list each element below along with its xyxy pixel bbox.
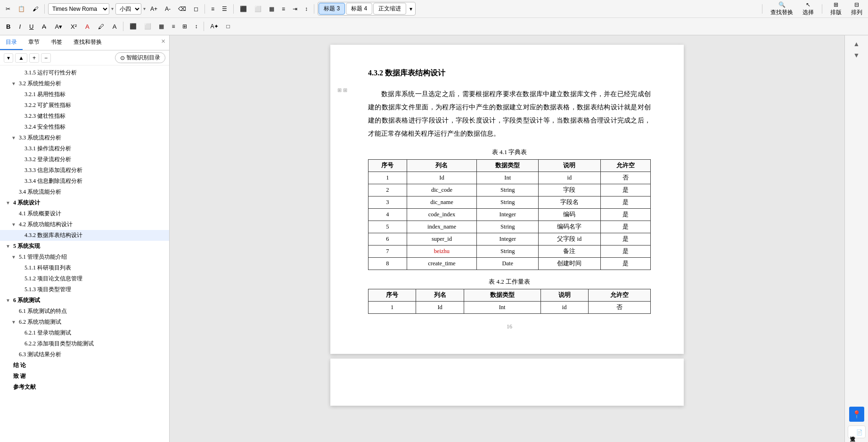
list-ol-button[interactable]: ☰ [219,4,230,14]
tab-toc[interactable]: 目录 [0,35,23,50]
page-number: 16 [368,323,651,330]
toc-item[interactable]: 3.3.3 信息添加流程分析 [0,165,169,176]
toc-item[interactable]: 3.3.1 操作流程分析 [0,143,169,154]
underline-button[interactable]: U [26,22,37,32]
select-button[interactable]: ↖ 选择 [800,0,817,17]
toc-item[interactable]: 3.4 系统流能分析 [0,187,169,197]
scroll-up-button[interactable]: ▲ [852,39,861,49]
expand-icon: ▼ [11,135,17,140]
col-button[interactable]: ⊟ 排列 [848,0,865,17]
toc-add-button[interactable]: + [29,53,39,63]
table-row: 6 super_id Integer 父字段 id 是 [368,233,651,246]
align-left-button[interactable]: ⬛ [237,4,250,14]
toc-item[interactable]: 6.3 测试结果分析 [0,349,169,360]
toc-item[interactable]: 致 谢 [0,371,169,382]
sidebar-close-button[interactable]: × [157,35,169,50]
list-ul-button[interactable]: ≡ [208,4,217,14]
table-insert-button[interactable]: ⊞ [180,22,190,31]
toc-item[interactable]: 6.2.1 登录功能测试 [0,327,169,338]
toc-item[interactable]: 4.1 系统概要设计 [0,208,169,219]
th2-nullable: 允许空 [588,289,650,302]
format-brush-button[interactable]: 🖌 [30,4,41,14]
expand-icon: ▼ [6,200,11,205]
align-justify-button[interactable]: ≡ [279,4,288,14]
th2-colname: 列名 [416,289,464,302]
toc-item[interactable]: ▼ 3.2 系统性能分析 [0,78,169,89]
toc-item[interactable]: 5.1.2 项目论文信息管理 [0,273,169,284]
heading4-button[interactable]: 标题 4 [346,3,372,15]
line-spacing2-button[interactable]: ↕ [192,22,200,31]
toc-item[interactable]: 6.2.2 添加项目类型功能测试 [0,338,169,349]
toc-up-button[interactable]: ▲ [15,53,27,63]
toc-item[interactable]: ▼ 4 系统设计 [0,197,169,208]
find-replace-button[interactable]: 🔍 查找替换 [768,0,796,17]
text-effect-button[interactable]: A✦ [207,22,221,31]
table-row: 1 Id Int id 否 [368,172,651,184]
toc-item[interactable]: ▼ 5.1 管理员功能介绍 [0,252,169,262]
align-center2-button[interactable]: ⬜ [141,22,154,31]
italic-button[interactable]: I [16,22,24,32]
highlight-button[interactable]: 🖊 [95,22,107,32]
toc-item[interactable]: ▼ 5 系统实现 [0,241,169,252]
arrange-button[interactable]: ⊞ 排版 [827,0,844,17]
lunwen-chachong-button[interactable]: 📄 论文查重 [848,426,866,438]
tab-bookmark[interactable]: 书签 [45,35,68,50]
toc-item[interactable]: 3.2.4 安全性指标 [0,122,169,132]
toc-dropdown-button[interactable]: ▾ [4,53,13,63]
border-button[interactable]: □ [223,22,232,31]
toc-item[interactable]: 5.1.3 项目类型管理 [0,284,169,295]
toc-item[interactable]: 3.3.2 登录流程分析 [0,154,169,165]
font-increase-button[interactable]: A+ [147,4,160,14]
toc-item[interactable]: 6.1 系统测试的特点 [0,306,169,317]
superscript-button[interactable]: X² [67,22,80,32]
strikethrough-button[interactable]: A̶ [39,22,49,32]
heading3-button[interactable]: 标题 3 [319,3,345,15]
chevron-down-icon: ▾ [111,6,114,11]
font-color2-button[interactable]: A [82,22,93,32]
toc-item[interactable]: 3.2.3 健壮性指标 [0,111,169,122]
align-justify2-button[interactable]: ≡ [169,22,178,31]
copy-button[interactable]: 📋 [15,4,28,14]
toc-item[interactable]: ▼ 6.2 系统功能测试 [0,317,169,327]
body-text: 数据库系统一旦选定之后，需要根据程序要求在数据库中建立数据库文件，并在已经完成创… [368,88,651,140]
indent-button[interactable]: ⇥ [290,4,300,14]
bold-button[interactable]: B [3,22,14,32]
font-family-select[interactable]: Times New Roma [48,3,109,15]
th2-datatype: 数据类型 [464,289,540,302]
toc-item[interactable]: ▼ 4.2 系统功能结构设计 [0,219,169,230]
eraser-button[interactable]: ◻ [191,4,201,14]
toc-item[interactable]: 3.2.2 可扩展性指标 [0,100,169,111]
font-color3-button[interactable]: A [109,22,120,32]
toc-item[interactable]: 3.2.1 易用性指标 [0,89,169,100]
toc-item[interactable]: 3.3.4 信息删除流程分析 [0,176,169,187]
toc-item-active[interactable]: 4.3.2 数据库表结构设计 [0,230,169,241]
th-datatype: 数据类型 [477,160,539,172]
cut-button[interactable]: ✂ [3,4,13,14]
tab-chapter[interactable]: 章节 [23,35,45,50]
scroll-down-button[interactable]: ▼ [852,50,861,60]
toc-item[interactable]: 结 论 [0,360,169,371]
heading-dropdown-button[interactable]: ▾ [407,5,415,13]
align-left2-button[interactable]: ⬛ [127,22,139,31]
cursor-icon: ↖ [806,1,811,8]
body-indent-button[interactable]: 正文缩进 [373,3,406,15]
font-decrease-button[interactable]: A- [162,4,173,14]
align-center-button[interactable]: ⬜ [252,4,264,14]
toc-item[interactable]: 5.1.1 科研项目列表 [0,262,169,273]
separator5 [762,4,762,14]
toc-item[interactable]: ▼ 3.3 系统流程分析 [0,132,169,143]
heading-group: 标题 3 标题 4 正文缩进 ▾ [318,2,416,16]
line-spacing-button[interactable]: ↕ [302,4,311,14]
smart-toc-button[interactable]: ⊙ 智能识别目录 [115,52,165,63]
font-color-button[interactable]: A▾ [51,22,66,32]
table2-caption: 表 4.2 工作量表 [368,278,651,286]
toc-item[interactable]: 3.1.5 运行可行性分析 [0,67,169,78]
toc-item[interactable]: 参考文献 [0,382,169,393]
toc-remove-button[interactable]: − [41,53,51,63]
align-right-button[interactable]: ▦ [266,4,277,14]
toc-item[interactable]: ▼ 6 系统测试 [0,295,169,306]
align-right2-button[interactable]: ▦ [156,22,167,31]
clear-format-button[interactable]: ⌫ [175,4,189,14]
tab-findreplace[interactable]: 查找和替换 [68,35,107,50]
font-size-select[interactable]: 小四 [115,3,141,15]
